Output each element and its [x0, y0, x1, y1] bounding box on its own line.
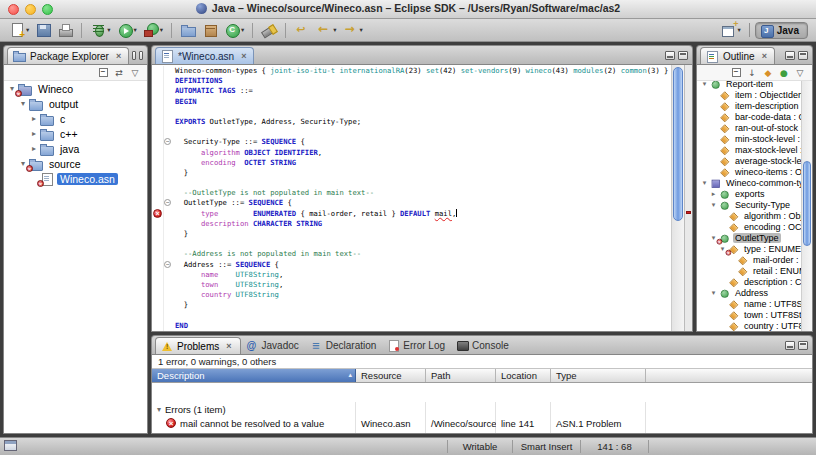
maximize-package-explorer-button[interactable]	[139, 51, 143, 60]
hide-static-members-button[interactable]: ●	[776, 66, 792, 80]
new-java-project-button[interactable]	[178, 20, 198, 40]
hide-fields-button[interactable]: ◆	[760, 66, 776, 80]
outline-item-outlettype[interactable]: ▾OutletType	[697, 232, 801, 243]
new-class-button[interactable]: ▾	[222, 20, 246, 40]
forward-menu-arrow-icon[interactable]: ▾	[360, 26, 363, 34]
last-edit-location-button[interactable]	[292, 20, 312, 40]
overview-ruler[interactable]	[684, 65, 692, 331]
outline-item-algorithm-objectide[interactable]: algorithm : ObjectIde	[697, 210, 801, 221]
maximize-outline-button[interactable]	[798, 51, 808, 60]
tab-wineco-asn-editor[interactable]: *Wineco.asn ×	[155, 47, 254, 64]
collapse-all-button[interactable]	[95, 66, 111, 80]
outline-item-ran-out-of-stock-b[interactable]: ran-out-of-stock : B	[697, 122, 801, 133]
close-editor-tab-icon[interactable]: ×	[239, 51, 248, 62]
perspective-tab-java[interactable]: Java	[755, 22, 808, 39]
back-button[interactable]: ▾	[314, 20, 338, 40]
outline-collapse-all-button[interactable]	[728, 66, 744, 80]
close-outline-icon[interactable]: ×	[760, 51, 769, 62]
error-overview-marker[interactable]	[686, 211, 691, 214]
package-explorer-item-c[interactable]: ▸c	[4, 111, 147, 126]
outline-item-wineco-common-types[interactable]: ▾Wineco-common-types	[697, 177, 801, 188]
tab-declaration[interactable]: Declaration	[305, 337, 383, 354]
outline-item-wineco-items-objectid[interactable]: wineco-items : ObjectId	[697, 166, 801, 177]
outline-item-bar-code-data-oct[interactable]: bar-code-data : OCT	[697, 111, 801, 122]
collapsed-expander-icon[interactable]: ▸	[29, 129, 39, 138]
package-explorer-item-java[interactable]: ▸java	[4, 141, 147, 156]
tab-console[interactable]: Console	[451, 337, 515, 354]
save-button[interactable]	[33, 20, 53, 40]
outline-item-type-enumerated[interactable]: ▾type : ENUMERATED	[697, 243, 801, 254]
minimize-outline-button[interactable]	[785, 51, 795, 60]
collapse-fold-icon[interactable]: −	[164, 199, 171, 206]
debug-button[interactable]: ▾	[88, 20, 112, 40]
editor-area[interactable]: Wineco-common-types { joint-iso-itu-t in…	[151, 64, 693, 332]
new-wizard-menu-arrow-icon[interactable]: ▾	[26, 26, 29, 34]
expanded-expander-icon[interactable]: ▾	[700, 179, 709, 187]
new-package-button[interactable]	[200, 20, 220, 40]
minimize-problems-button[interactable]	[785, 341, 795, 350]
minimize-package-explorer-button[interactable]	[132, 51, 136, 60]
back-menu-arrow-icon[interactable]: ▾	[333, 26, 336, 34]
outline-item-name-utf8string[interactable]: name : UTF8String	[697, 298, 801, 309]
package-explorer-item-wineco-asn[interactable]: Wineco.asn	[4, 171, 147, 186]
package-explorer-item-wineco[interactable]: ▾Wineco	[4, 81, 147, 96]
link-with-editor-button[interactable]: ⇄	[111, 66, 127, 80]
tab-javadoc[interactable]: Javadoc	[241, 337, 305, 354]
expanded-expander-icon[interactable]: ▾	[18, 99, 28, 108]
outline-item-item-objectidentifie[interactable]: item : ObjectIdentifie	[697, 89, 801, 100]
outline-item-town-utf8string[interactable]: town : UTF8String	[697, 309, 801, 320]
expanded-expander-icon[interactable]: ▾	[154, 405, 164, 414]
tab-package-explorer[interactable]: Package Explorer ×	[7, 47, 129, 64]
collapsed-expander-icon[interactable]: ▸	[29, 144, 39, 153]
run-menu-arrow-icon[interactable]: ▾	[134, 26, 137, 34]
zoom-window-button[interactable]	[42, 4, 53, 15]
close-package-explorer-icon[interactable]: ×	[114, 51, 123, 62]
collapsed-expander-icon[interactable]: ▸	[709, 190, 718, 198]
column-header-location[interactable]: Location	[496, 369, 551, 382]
scrollbar-thumb[interactable]	[673, 67, 683, 221]
outline-vertical-scrollbar[interactable]	[801, 81, 812, 331]
column-header-type[interactable]: Type	[551, 369, 646, 382]
outline-item-retail-enumerat[interactable]: retail : ENUMERAT	[697, 265, 801, 276]
external-tools-button[interactable]: ▾	[141, 20, 165, 40]
tab-problems[interactable]: Problems×	[155, 337, 241, 354]
forward-button[interactable]: ▾	[341, 20, 365, 40]
outline-item-item-description-o[interactable]: item-description : O	[697, 100, 801, 111]
sort-button[interactable]: ↓	[744, 66, 760, 80]
close-window-button[interactable]	[8, 4, 19, 15]
expanded-expander-icon[interactable]: ▾	[709, 289, 718, 297]
collapsed-expander-icon[interactable]: ▸	[29, 114, 39, 123]
package-explorer-item-source[interactable]: ▾source	[4, 156, 147, 171]
maximize-problems-button[interactable]	[798, 341, 808, 350]
tab-outline[interactable]: Outline ×	[700, 47, 775, 64]
search-button[interactable]	[259, 20, 279, 40]
minimize-window-button[interactable]	[25, 4, 36, 15]
problems-group-row[interactable]: ▾Errors (1 item)	[152, 402, 812, 416]
outline-item-mail-order-enum[interactable]: mail-order : ENUM	[697, 254, 801, 265]
outline-item-address[interactable]: ▾Address	[697, 287, 801, 298]
debug-menu-arrow-icon[interactable]: ▾	[107, 26, 110, 34]
error-marker-icon[interactable]	[153, 209, 162, 218]
new-wizard-button[interactable]: ▾	[7, 20, 31, 40]
package-explorer-view-menu-button[interactable]: ▽	[127, 66, 143, 80]
package-explorer-item-c[interactable]: ▸c++	[4, 126, 147, 141]
editor-text-area[interactable]: Wineco-common-types { joint-iso-itu-t in…	[152, 66, 671, 331]
outline-view-menu-button[interactable]: ▽	[792, 66, 808, 80]
close-problems-tab-icon[interactable]: ×	[224, 341, 233, 352]
column-header-resource[interactable]: Resource	[356, 369, 426, 382]
outline-item-encoding-octet-st[interactable]: encoding : OCTET ST	[697, 221, 801, 232]
collapse-fold-icon[interactable]: −	[164, 138, 171, 145]
expanded-expander-icon[interactable]: ▾	[709, 201, 718, 209]
outline-item-average-stock-level[interactable]: average-stock-level :	[697, 155, 801, 166]
outline-item-country-utf8string[interactable]: country : UTF8String	[697, 320, 801, 331]
tab-error-log[interactable]: Error Log	[382, 337, 451, 354]
fast-view-button[interactable]	[4, 440, 21, 453]
outline-item-max-stock-level-re[interactable]: max-stock-level : RE	[697, 144, 801, 155]
open-perspective-button[interactable]: ▾	[718, 21, 743, 39]
scrollbar-thumb[interactable]	[803, 161, 811, 246]
outline-item-exports[interactable]: ▸exports	[697, 188, 801, 199]
minimize-editor-button[interactable]	[665, 51, 675, 60]
problems-row[interactable]: mail cannot be resolved to a valueWineco…	[152, 416, 812, 430]
collapse-fold-icon[interactable]: −	[164, 261, 171, 268]
column-header-description[interactable]: Description▴	[152, 369, 356, 382]
